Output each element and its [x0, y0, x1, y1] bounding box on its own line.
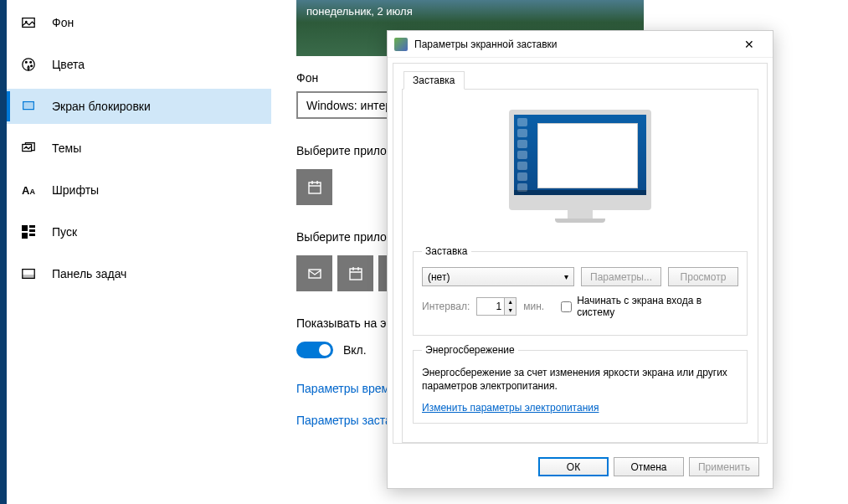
- interval-spinner[interactable]: ▲▼: [476, 297, 517, 316]
- close-button[interactable]: ✕: [732, 33, 766, 56]
- checkbox-text: Начинать с экрана входа в систему: [577, 295, 738, 318]
- svg-point-3: [25, 61, 27, 63]
- taskbar-icon: [20, 265, 37, 282]
- power-description: Энергосбережение за счет изменения яркос…: [422, 366, 738, 393]
- sidebar-item-start[interactable]: Пуск: [7, 214, 271, 249]
- screensaver-combo[interactable]: (нет) ▾: [422, 267, 574, 286]
- calendar-icon: [347, 265, 364, 282]
- svg-rect-12: [22, 233, 28, 239]
- picture-icon: [20, 14, 37, 31]
- tab-content: Заставка (нет) ▾ Параметры... Просмотр И…: [402, 89, 758, 443]
- dialog-body: Заставка Заставка (нет) ▾ Пара: [393, 63, 768, 444]
- interval-label: Интервал:: [422, 301, 470, 312]
- power-legend: Энергосбережение: [422, 344, 518, 356]
- dialog-title-text: Параметры экранной заставки: [414, 39, 732, 50]
- show-background-toggle[interactable]: [296, 342, 333, 358]
- svg-rect-9: [22, 225, 28, 231]
- spinner-down[interactable]: ▼: [505, 306, 516, 315]
- sidebar-item-label: Панель задач: [52, 267, 126, 280]
- svg-point-4: [30, 61, 32, 63]
- settings-sidebar: Фон Цвета Экран блокировки Темы AA Шрифт…: [7, 0, 271, 504]
- power-settings-link[interactable]: Изменить параметры электропитания: [422, 402, 599, 414]
- dialog-button-row: ОК Отмена Применить: [388, 449, 773, 488]
- tab-screensaver[interactable]: Заставка: [403, 71, 465, 90]
- ok-button[interactable]: ОК: [538, 457, 609, 476]
- sidebar-item-fonts[interactable]: AA Шрифты: [7, 172, 271, 208]
- mail-icon: [306, 265, 323, 282]
- svg-rect-13: [29, 234, 35, 236]
- sidebar-item-label: Фон: [52, 16, 74, 29]
- window-edge: [0, 0, 7, 504]
- screensaver-dialog: Параметры экранной заставки ✕ Заставка З…: [387, 30, 773, 489]
- chevron-down-icon: ▾: [564, 272, 568, 281]
- monitor-preview: [509, 110, 651, 227]
- svg-rect-10: [29, 225, 35, 228]
- interval-input[interactable]: [477, 298, 504, 315]
- lockscreen-icon: [20, 98, 37, 115]
- interval-unit: мин.: [523, 301, 544, 312]
- sidebar-item-lockscreen[interactable]: Экран блокировки: [7, 89, 271, 124]
- sidebar-item-label: Темы: [52, 141, 81, 155]
- calendar-tile-2[interactable]: [337, 255, 373, 291]
- svg-rect-17: [309, 270, 321, 278]
- themes-icon: [20, 140, 37, 157]
- svg-rect-18: [350, 269, 362, 280]
- sidebar-item-themes[interactable]: Темы: [7, 131, 271, 166]
- sidebar-item-label: Цвета: [52, 58, 85, 71]
- calendar-icon: [306, 179, 323, 196]
- svg-point-2: [23, 59, 34, 70]
- sidebar-item-colors[interactable]: Цвета: [7, 47, 271, 82]
- svg-rect-15: [23, 275, 34, 279]
- calendar-tile[interactable]: [296, 169, 332, 205]
- dialog-icon: [394, 38, 408, 51]
- svg-rect-16: [309, 183, 321, 193]
- sidebar-item-label: Шрифты: [52, 183, 99, 197]
- svg-point-5: [31, 65, 33, 67]
- svg-rect-7: [25, 103, 33, 107]
- spinner-up[interactable]: ▲: [505, 298, 516, 306]
- fonts-icon: AA: [20, 182, 37, 198]
- preview-button: Просмотр: [668, 267, 738, 286]
- params-button: Параметры...: [581, 267, 661, 286]
- resume-checkbox[interactable]: [561, 301, 572, 312]
- sidebar-item-background[interactable]: Фон: [7, 5, 271, 40]
- sidebar-item-label: Пуск: [52, 225, 77, 239]
- combo-value: (нет): [428, 271, 450, 283]
- svg-rect-11: [29, 229, 35, 232]
- dialog-titlebar[interactable]: Параметры экранной заставки ✕: [388, 31, 773, 58]
- sidebar-item-label: Экран блокировки: [52, 100, 151, 113]
- screensaver-fieldset: Заставка (нет) ▾ Параметры... Просмотр И…: [413, 245, 748, 336]
- palette-icon: [20, 56, 37, 73]
- cancel-button[interactable]: Отмена: [614, 457, 684, 476]
- resume-checkbox-label[interactable]: Начинать с экрана входа в систему: [561, 295, 738, 318]
- screensaver-legend: Заставка: [422, 245, 471, 257]
- power-fieldset: Энергосбережение Энергосбережение за сче…: [413, 344, 748, 424]
- start-icon: [20, 224, 37, 240]
- apply-button: Применить: [689, 457, 759, 476]
- mail-tile[interactable]: [296, 255, 332, 291]
- preview-date: понедельник, 2 июля: [306, 5, 413, 18]
- toggle-state-label: Вкл.: [343, 343, 367, 357]
- sidebar-item-taskbar[interactable]: Панель задач: [7, 256, 271, 291]
